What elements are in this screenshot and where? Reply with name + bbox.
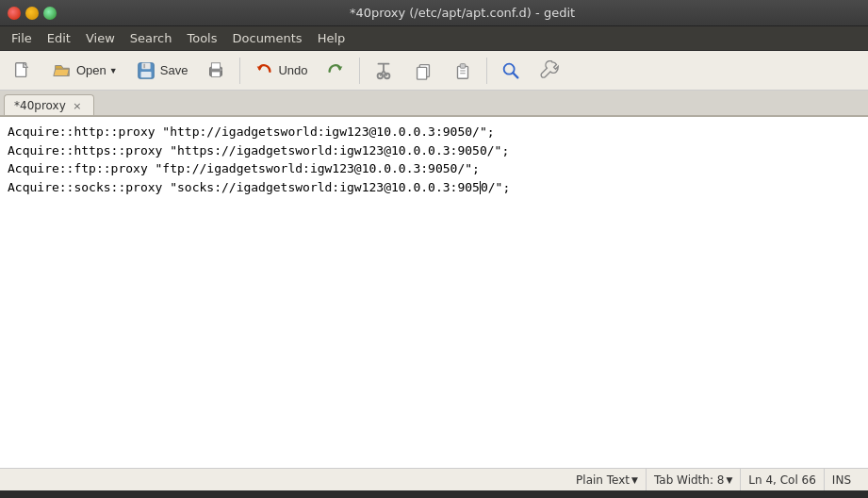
cut-icon bbox=[372, 59, 395, 82]
language-label: Plain Text bbox=[576, 473, 630, 487]
find-icon bbox=[500, 59, 522, 82]
save-button[interactable]: Save bbox=[127, 56, 196, 86]
tab-label: *40proxy bbox=[14, 99, 66, 112]
svg-rect-5 bbox=[140, 71, 151, 76]
menu-tools[interactable]: Tools bbox=[179, 29, 224, 47]
find-button[interactable] bbox=[492, 56, 530, 86]
editor-area[interactable]: Acquire::http::proxy "http://igadgetswor… bbox=[0, 117, 868, 468]
undo-label: Undo bbox=[278, 63, 307, 77]
toolbar-separator-1 bbox=[239, 58, 240, 84]
editor-line: Acquire::http::proxy "http://igadgetswor… bbox=[8, 123, 860, 141]
menubar: File Edit View Search Tools Documents He… bbox=[0, 26, 868, 51]
svg-rect-21 bbox=[461, 63, 467, 68]
menu-edit[interactable]: Edit bbox=[40, 29, 78, 47]
svg-rect-4 bbox=[143, 63, 145, 68]
editor-content[interactable]: Acquire::http::proxy "http://igadgetswor… bbox=[0, 117, 868, 202]
svg-rect-8 bbox=[212, 71, 221, 76]
open-button[interactable]: Open ▼ bbox=[43, 56, 125, 86]
maximize-window-button[interactable] bbox=[43, 7, 57, 20]
window-controls bbox=[8, 7, 57, 20]
new-icon bbox=[11, 59, 34, 82]
cut-button[interactable] bbox=[365, 56, 402, 86]
editor-line: Acquire::ftp::proxy "ftp://igadgetsworld… bbox=[8, 159, 860, 178]
open-label: Open bbox=[76, 63, 106, 77]
print-icon bbox=[205, 59, 227, 82]
tab-close-button[interactable]: × bbox=[71, 99, 84, 112]
svg-rect-3 bbox=[141, 62, 150, 68]
undo-icon bbox=[253, 59, 275, 82]
menu-search[interactable]: Search bbox=[123, 29, 180, 47]
open-icon bbox=[51, 59, 74, 82]
copy-icon bbox=[412, 59, 434, 82]
undo-button[interactable]: Undo bbox=[245, 56, 315, 86]
window-title: *40proxy (/etc/apt/apt.conf.d) - gedit bbox=[64, 6, 860, 20]
menu-file[interactable]: File bbox=[4, 29, 40, 47]
svg-rect-9 bbox=[221, 69, 222, 71]
text-cursor bbox=[480, 181, 481, 194]
redo-button[interactable] bbox=[317, 56, 354, 86]
toolbar-separator-2 bbox=[359, 58, 360, 84]
tabwidth-label: Tab Width: 8 bbox=[654, 473, 724, 487]
svg-rect-7 bbox=[212, 62, 221, 68]
redo-icon bbox=[324, 59, 347, 82]
mode-label: INS bbox=[832, 473, 851, 487]
editor-line: Acquire::socks::proxy "socks://igadgetsw… bbox=[8, 178, 860, 197]
paste-icon bbox=[451, 59, 474, 82]
close-window-button[interactable] bbox=[8, 7, 21, 20]
tabbar: *40proxy × bbox=[0, 91, 868, 117]
language-dropdown-arrow: ▼ bbox=[631, 475, 638, 485]
save-icon bbox=[135, 59, 157, 82]
svg-marker-11 bbox=[337, 66, 343, 71]
language-section[interactable]: Plain Text ▼ bbox=[568, 469, 647, 490]
tools-button[interactable] bbox=[532, 56, 569, 86]
menu-view[interactable]: View bbox=[78, 29, 123, 47]
paste-button[interactable] bbox=[444, 56, 482, 86]
copy-button[interactable] bbox=[404, 56, 442, 86]
position-section: Ln 4, Col 66 bbox=[741, 469, 825, 490]
tools-icon bbox=[539, 59, 562, 82]
minimize-window-button[interactable] bbox=[25, 7, 39, 20]
svg-rect-19 bbox=[418, 67, 427, 79]
svg-line-25 bbox=[514, 73, 518, 77]
toolbar: Open ▼ Save bbox=[0, 51, 868, 91]
tab-40proxy[interactable]: *40proxy × bbox=[4, 94, 94, 115]
titlebar: *40proxy (/etc/apt/apt.conf.d) - gedit bbox=[0, 0, 868, 26]
mode-section: INS bbox=[825, 469, 859, 490]
position-label: Ln 4, Col 66 bbox=[748, 473, 816, 487]
tabwidth-dropdown[interactable]: Tab Width: 8 ▼ bbox=[654, 473, 732, 487]
menu-documents[interactable]: Documents bbox=[225, 29, 310, 47]
statusbar: Plain Text ▼ Tab Width: 8 ▼ Ln 4, Col 66… bbox=[0, 468, 868, 490]
svg-marker-10 bbox=[257, 66, 263, 71]
tabwidth-dropdown-arrow: ▼ bbox=[726, 475, 732, 485]
save-label: Save bbox=[160, 63, 188, 77]
menu-help[interactable]: Help bbox=[310, 29, 353, 47]
print-button[interactable] bbox=[197, 56, 235, 86]
language-dropdown[interactable]: Plain Text ▼ bbox=[576, 473, 638, 487]
tabwidth-section[interactable]: Tab Width: 8 ▼ bbox=[647, 469, 741, 490]
editor-line: Acquire::https::proxy "https://igadgetsw… bbox=[8, 141, 860, 160]
toolbar-separator-3 bbox=[486, 58, 487, 84]
open-dropdown-arrow[interactable]: ▼ bbox=[109, 66, 118, 75]
new-button[interactable] bbox=[4, 56, 41, 86]
